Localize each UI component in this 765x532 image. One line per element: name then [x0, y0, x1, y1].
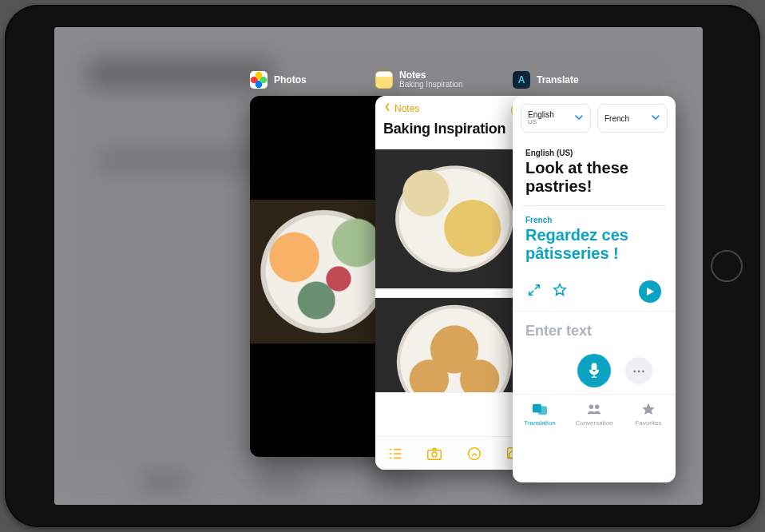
svg-point-1	[432, 451, 437, 456]
photos-app-icon	[250, 71, 268, 89]
note-image-1	[375, 149, 533, 289]
conversation-tab-icon	[586, 402, 602, 418]
translation-result: English (US) Look at these pastries! Fre…	[513, 137, 676, 311]
expand-icon[interactable]	[527, 283, 541, 300]
translate-card-preview[interactable]: English US French	[513, 96, 676, 482]
source-text: Look at these pastries!	[525, 159, 663, 196]
app-switcher-card-translate[interactable]: A Translate English US	[513, 70, 676, 482]
app-switcher[interactable]: Photos Notes Baking Inspiration ⋯	[54, 27, 703, 505]
translated-text: Regardez ces pâtisseries !	[525, 226, 663, 263]
checklist-icon[interactable]	[386, 445, 404, 463]
microphone-button[interactable]	[577, 354, 611, 387]
target-language-name: French	[604, 114, 629, 123]
text-input-placeholder: Enter text	[525, 323, 663, 339]
tab-label: Translation	[524, 419, 555, 427]
tab-label: Favorites	[636, 419, 662, 427]
card-header: A Translate	[513, 70, 676, 89]
favorites-tab-icon	[640, 402, 656, 418]
ipad-device-frame: Photos Notes Baking Inspiration ⋯	[5, 5, 760, 527]
play-audio-button[interactable]	[639, 280, 661, 303]
translate-app-icon: A	[513, 71, 530, 89]
app-subtitle-label: Baking Inspiration	[399, 81, 463, 89]
tab-favorites[interactable]: Favorites	[621, 395, 676, 434]
app-switcher-card-notes[interactable]: Notes Baking Inspiration ⋯ Notes Baking	[375, 70, 533, 470]
notes-card-preview[interactable]: ⋯ Notes Baking Inspiration	[375, 96, 533, 470]
chevron-down-icon	[651, 113, 660, 124]
target-language-label: French	[525, 216, 663, 224]
more-options-button[interactable]: ⋯	[625, 357, 652, 384]
language-selector-bar: English US French	[513, 96, 676, 137]
tab-translation[interactable]: Translation	[513, 395, 567, 434]
svg-rect-0	[428, 450, 442, 459]
note-title: Baking Inspiration	[383, 121, 525, 137]
note-image-2	[375, 297, 533, 393]
favorite-star-icon[interactable]	[553, 283, 567, 300]
text-input-area[interactable]: Enter text ⋯	[513, 311, 676, 394]
camera-icon[interactable]	[426, 445, 443, 463]
back-label: Notes	[394, 103, 419, 114]
svg-point-7	[595, 405, 599, 409]
notes-back-button[interactable]: Notes	[383, 102, 525, 114]
source-language-full-label: English (US)	[525, 149, 663, 157]
markup-icon[interactable]	[466, 445, 483, 463]
translation-tab-icon	[532, 402, 548, 418]
divider	[522, 205, 666, 206]
home-button[interactable]	[711, 250, 743, 282]
translate-tab-bar: Translation Conversation Favorites	[513, 394, 676, 434]
tab-label: Conversation	[575, 419, 612, 427]
card-header: Notes Baking Inspiration	[375, 70, 533, 89]
svg-point-6	[589, 405, 593, 409]
source-language-selector[interactable]: English US	[521, 104, 591, 133]
tab-conversation[interactable]: Conversation	[567, 395, 621, 434]
notes-app-icon	[375, 71, 393, 89]
source-language-region: US	[528, 119, 554, 126]
chevron-left-icon	[383, 102, 391, 114]
ipad-screen: Photos Notes Baking Inspiration ⋯	[54, 27, 703, 505]
notes-bottom-toolbar	[375, 436, 533, 470]
app-name-label: Photos	[274, 75, 307, 85]
svg-rect-5	[538, 406, 547, 415]
target-language-selector[interactable]: French	[597, 104, 668, 133]
app-name-label: Translate	[537, 75, 579, 85]
chevron-down-icon	[574, 113, 584, 124]
